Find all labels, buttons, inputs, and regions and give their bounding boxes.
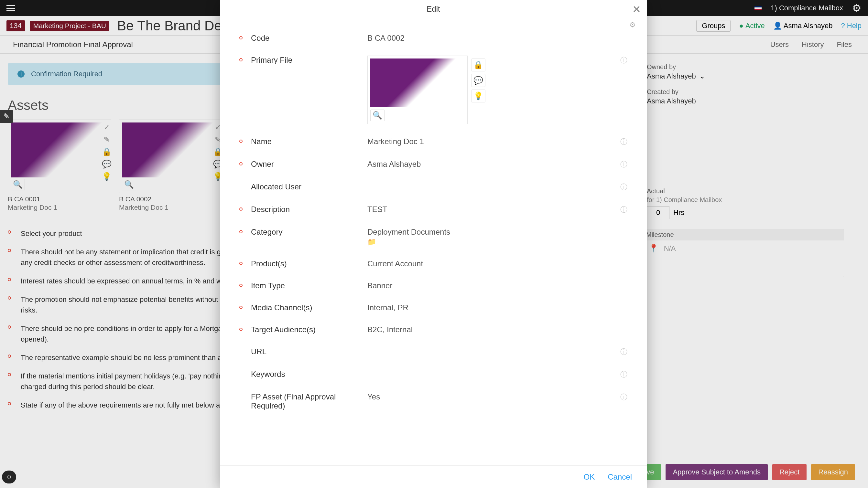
field-value-name[interactable]: Marketing Doc 1 [367,137,618,146]
info-icon[interactable]: ⓘ [618,347,627,357]
field-label-products: Product(s) [251,259,367,268]
field-value-media-channels[interactable]: Internal, PR [367,303,618,312]
info-icon[interactable]: ⓘ [618,205,627,215]
field-value-category[interactable]: Deployment Documents 📁 [367,228,618,246]
close-icon[interactable]: ✕ [632,3,641,15]
ok-button[interactable]: OK [584,473,595,482]
info-icon[interactable]: ⓘ [618,56,627,65]
info-icon[interactable]: ⓘ [618,392,627,402]
field-label-description: Description [251,205,367,214]
field-label-allocated-user: Allocated User [251,182,367,191]
edit-modal: Edit ✕ ⚙ Code B CA 0002 Primary File 🔍 🔒… [220,0,647,488]
modal-footer: OK Cancel [220,465,647,488]
info-icon[interactable]: ⓘ [618,370,627,380]
info-icon[interactable]: ⓘ [618,137,627,147]
field-value-target-audiences[interactable]: B2C, Internal [367,325,618,334]
modal-settings-icon[interactable]: ⚙ [629,21,636,29]
field-value-products[interactable]: Current Account [367,259,618,268]
field-label-target-audiences: Target Audience(s) [251,325,367,334]
field-label-owner: Owner [251,160,367,169]
field-value-owner[interactable]: Asma Alshayeb [367,160,618,169]
info-icon[interactable]: ⓘ [618,160,627,169]
field-label-media-channels: Media Channel(s) [251,303,367,312]
field-label-item-type: Item Type [251,281,367,290]
field-value-item-type[interactable]: Banner [367,281,618,290]
info-icon[interactable]: ⓘ [618,182,627,192]
field-value-fp-asset[interactable]: Yes [367,392,618,401]
comment-icon[interactable]: 💬 [471,74,486,87]
field-label-name: Name [251,137,367,146]
field-label-primary-file: Primary File [251,56,367,65]
folder-icon[interactable]: 📁 [367,238,376,246]
zoom-icon[interactable]: 🔍 [370,109,384,121]
field-label-code: Code [251,34,367,43]
primary-file-thumbnail[interactable]: 🔍 🔒 💬 💡 [367,56,468,124]
field-label-category: Category [251,228,367,236]
lock-icon[interactable]: 🔒 [471,59,486,71]
field-value-description[interactable]: TEST [367,205,618,214]
bulb-icon[interactable]: 💡 [471,90,486,102]
field-label-fp-asset: FP Asset (Final Approval Required) [251,392,367,411]
field-label-keywords: Keywords [251,370,367,379]
modal-header: Edit ✕ [220,0,647,18]
field-label-url: URL [251,347,367,356]
modal-title: Edit [427,4,440,13]
cancel-button[interactable]: Cancel [608,473,632,482]
field-value-code[interactable]: B CA 0002 [367,34,618,43]
